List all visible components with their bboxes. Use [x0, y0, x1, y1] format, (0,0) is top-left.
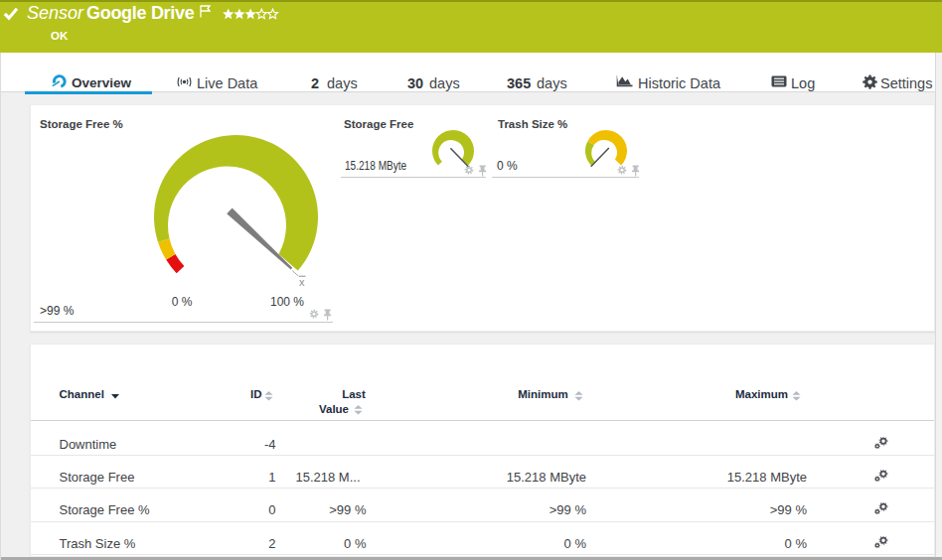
svg-text:x: x — [299, 276, 305, 288]
